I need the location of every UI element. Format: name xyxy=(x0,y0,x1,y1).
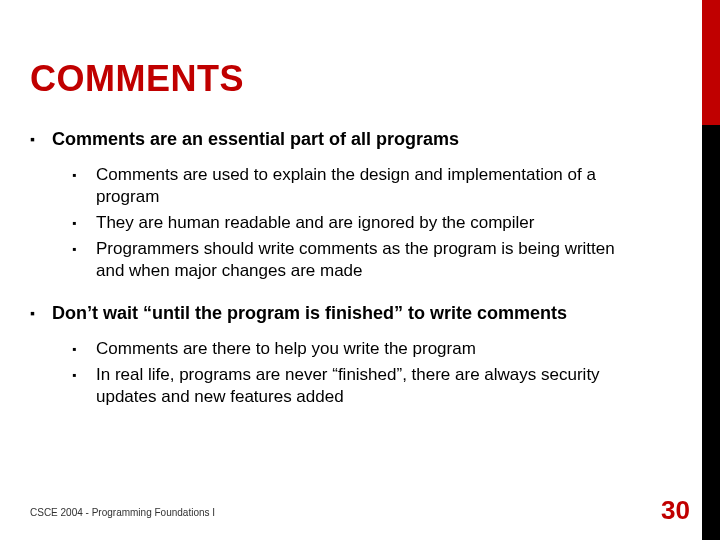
section-heading: ▪ Comments are an essential part of all … xyxy=(30,128,670,150)
bullet-icon: ▪ xyxy=(72,238,84,282)
item-text: Programmers should write comments as the… xyxy=(84,238,644,282)
sub-bullet-group: ▪ Comments are used to explain the desig… xyxy=(72,164,670,282)
item-text: Comments are there to help you write the… xyxy=(84,338,476,360)
sub-bullet-group: ▪ Comments are there to help you write t… xyxy=(72,338,670,408)
item-text: Comments are used to explain the design … xyxy=(84,164,644,208)
list-item: ▪ They are human readable and are ignore… xyxy=(72,212,670,234)
slide-title: COMMENTS xyxy=(30,58,670,100)
accent-bar-red xyxy=(702,0,720,125)
heading-text: Don’t wait “until the program is finishe… xyxy=(42,302,567,324)
section-heading: ▪ Don’t wait “until the program is finis… xyxy=(30,302,670,324)
list-item: ▪ Comments are there to help you write t… xyxy=(72,338,670,360)
item-text: In real life, programs are never “finish… xyxy=(84,364,644,408)
item-text: They are human readable and are ignored … xyxy=(84,212,535,234)
footer-text: CSCE 2004 - Programming Foundations I xyxy=(30,507,215,518)
content-area: COMMENTS ▪ Comments are an essential par… xyxy=(30,58,670,428)
list-item: ▪ In real life, programs are never “fini… xyxy=(72,364,670,408)
bullet-icon: ▪ xyxy=(30,302,42,324)
list-item: ▪ Programmers should write comments as t… xyxy=(72,238,670,282)
heading-text: Comments are an essential part of all pr… xyxy=(42,128,459,150)
bullet-icon: ▪ xyxy=(72,364,84,408)
page-number: 30 xyxy=(661,495,690,526)
bullet-icon: ▪ xyxy=(72,212,84,234)
bullet-icon: ▪ xyxy=(72,338,84,360)
bullet-icon: ▪ xyxy=(72,164,84,208)
slide: COMMENTS ▪ Comments are an essential par… xyxy=(0,0,720,540)
list-item: ▪ Comments are used to explain the desig… xyxy=(72,164,670,208)
bullet-icon: ▪ xyxy=(30,128,42,150)
